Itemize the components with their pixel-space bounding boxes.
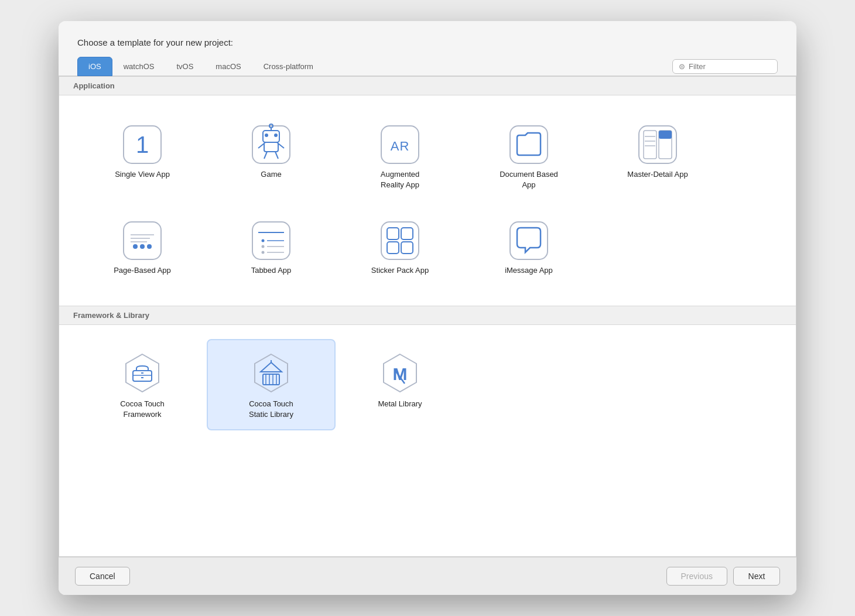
single-view-app-label: Single View App [115,169,170,180]
template-cocoa-touch-framework[interactable]: Cocoa TouchFramework [78,339,207,430]
svg-point-24 [133,244,138,249]
page-based-app-label: Page-Based App [114,265,171,276]
dialog-title: Choose a template for your new project: [77,37,778,47]
template-document-app[interactable]: Document BasedApp [464,109,593,201]
svg-point-36 [262,251,265,254]
svg-text:1: 1 [136,132,149,158]
dialog-footer: Cancel Previous Next [59,557,796,595]
template-master-detail-app[interactable]: Master-Detail App [593,109,722,201]
template-single-view-app[interactable]: 1 Single View App [78,109,207,201]
svg-point-32 [262,239,265,242]
template-tabbed-app[interactable]: Tabbed App [207,206,336,286]
svg-rect-2 [252,126,290,163]
svg-text:AR: AR [391,139,410,153]
template-metal-library[interactable]: M Metal Library [336,339,464,430]
filter-container: ⊜ [672,59,778,74]
ar-app-label: AugmentedReality App [381,169,420,190]
tab-watchos[interactable]: watchOS [112,57,166,76]
game-label: Game [261,169,281,180]
svg-line-9 [258,143,264,148]
svg-rect-23 [124,222,161,259]
imessage-app-label: iMessage App [505,265,553,276]
tab-macos[interactable]: macOS [204,57,252,76]
template-imessage-app[interactable]: iMessage App [464,206,593,286]
svg-rect-6 [264,142,278,152]
svg-rect-42 [401,242,413,254]
template-sticker-pack-app[interactable]: Sticker Pack App [336,206,464,286]
page-based-icon [118,216,167,265]
svg-rect-39 [387,228,399,239]
svg-rect-38 [381,222,419,259]
svg-rect-15 [510,126,548,163]
imessage-icon [504,216,553,265]
dialog-header: Choose a template for your new project: [59,21,796,57]
cocoa-framework-icon [118,350,167,399]
filter-input-wrap: ⊜ [672,59,778,74]
svg-point-25 [140,244,145,249]
tab-tvos[interactable]: tvOS [165,57,204,76]
single-view-icon: 1 [118,120,167,169]
svg-marker-49 [255,354,288,392]
svg-line-10 [278,143,284,148]
master-detail-app-label: Master-Detail App [627,169,688,180]
svg-rect-50 [263,374,279,385]
tab-bar: iOS watchOS tvOS macOS Cross-platform ⊜ [59,57,796,76]
section-framework-library: Framework & Library [59,306,796,325]
svg-rect-41 [387,242,399,254]
metal-icon: M [375,350,425,399]
sticker-pack-app-label: Sticker Pack App [371,265,429,276]
ar-icon: AR [375,120,425,169]
cocoa-touch-framework-label: Cocoa TouchFramework [120,399,165,420]
filter-icon: ⊜ [679,62,685,71]
svg-rect-19 [659,131,672,139]
svg-line-7 [264,152,267,159]
template-game[interactable]: Game [207,109,336,201]
previous-button[interactable]: Previous [666,567,727,586]
framework-grid: Cocoa TouchFramework Cocoa Touc [59,325,796,449]
game-icon [247,120,296,169]
tab-cross-platform[interactable]: Cross-platform [252,57,324,76]
filter-input[interactable] [689,62,759,71]
next-button[interactable]: Next [733,567,780,586]
svg-text:M: M [393,364,408,384]
cancel-button[interactable]: Cancel [75,567,130,586]
content-area: Application 1 Single View App [59,76,796,557]
svg-point-5 [274,134,278,137]
footer-right: Previous Next [666,567,780,586]
tab-ios[interactable]: iOS [77,57,112,76]
template-cocoa-touch-static-library[interactable]: Cocoa TouchStatic Library [207,339,336,430]
metal-library-label: Metal Library [378,399,422,409]
tabbed-app-label: Tabbed App [251,265,292,276]
cocoa-touch-static-library-label: Cocoa TouchStatic Library [249,399,293,420]
cocoa-static-icon [247,350,296,399]
section-application: Application [59,77,796,95]
dialog: Choose a template for your new project: … [59,21,796,595]
svg-rect-40 [401,228,413,239]
svg-marker-51 [261,362,282,372]
svg-rect-45 [133,371,152,381]
application-grid: 1 Single View App [59,95,796,306]
svg-point-4 [265,134,268,137]
master-detail-icon [633,120,682,169]
svg-point-26 [147,244,152,249]
template-ar-app[interactable]: AR AugmentedReality App [336,109,464,201]
sticker-pack-icon [375,216,425,265]
svg-rect-17 [644,131,656,159]
svg-line-8 [275,152,278,159]
template-page-based-app[interactable]: Page-Based App [78,206,207,286]
document-icon [504,120,553,169]
svg-point-34 [262,245,265,248]
tabbed-icon [247,216,296,265]
document-app-label: Document BasedApp [500,169,558,190]
